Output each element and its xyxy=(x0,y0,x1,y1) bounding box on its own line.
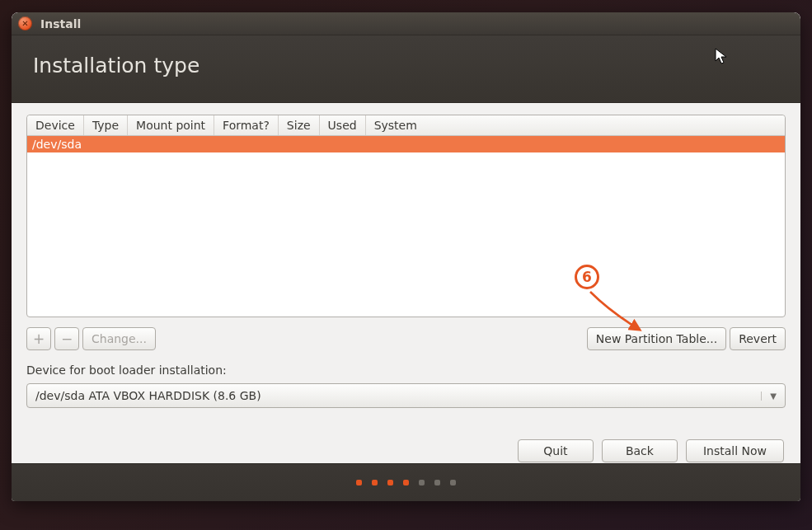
change-button[interactable]: Change... xyxy=(82,327,156,350)
bootloader-select[interactable]: /dev/sda ATA VBOX HARDDISK (8.6 GB) ▼ xyxy=(26,383,786,408)
dot xyxy=(450,480,456,485)
col-size[interactable]: Size xyxy=(279,115,320,135)
chevron-down-icon: ▼ xyxy=(761,392,777,401)
bootloader-label: Device for boot loader installation: xyxy=(26,363,786,377)
remove-button[interactable]: − xyxy=(54,327,79,350)
add-button[interactable]: + xyxy=(26,327,51,350)
col-mount[interactable]: Mount point xyxy=(128,115,214,135)
table-row[interactable]: /dev/sda xyxy=(27,136,785,152)
window-title: Install xyxy=(40,17,81,30)
titlebar: ✕ Install xyxy=(12,12,800,35)
page-title: Installation type xyxy=(12,35,800,103)
install-now-button[interactable]: Install Now xyxy=(686,439,784,462)
back-button[interactable]: Back xyxy=(602,439,678,462)
table-header: Device Type Mount point Format? Size Use… xyxy=(27,115,785,136)
close-icon[interactable]: ✕ xyxy=(18,16,32,30)
annotation-step-circle: 6 xyxy=(575,265,599,289)
dot xyxy=(372,480,378,485)
col-device[interactable]: Device xyxy=(27,115,84,135)
action-row: Quit Back Install Now xyxy=(26,439,784,462)
partition-toolbar: + − Change... New Partition Table... Rev… xyxy=(26,327,786,350)
dot xyxy=(356,480,362,485)
table-body[interactable]: /dev/sda xyxy=(27,136,785,317)
content-area: Device Type Mount point Format? Size Use… xyxy=(12,103,800,474)
dot xyxy=(434,480,440,485)
install-window: ✕ Install Installation type Device Type … xyxy=(12,12,800,501)
revert-button[interactable]: Revert xyxy=(730,327,786,350)
col-format[interactable]: Format? xyxy=(214,115,279,135)
annotation-step-number: 6 xyxy=(582,269,592,285)
dot xyxy=(419,480,425,485)
dot xyxy=(403,480,409,485)
progress-dots xyxy=(12,463,800,501)
partition-table: Device Type Mount point Format? Size Use… xyxy=(26,115,786,317)
dot xyxy=(387,480,393,485)
col-type[interactable]: Type xyxy=(84,115,128,135)
new-partition-table-button[interactable]: New Partition Table... xyxy=(587,327,726,350)
col-system[interactable]: System xyxy=(366,115,785,135)
quit-button[interactable]: Quit xyxy=(518,439,594,462)
bootloader-selected: /dev/sda ATA VBOX HARDDISK (8.6 GB) xyxy=(35,389,261,402)
col-used[interactable]: Used xyxy=(320,115,366,135)
